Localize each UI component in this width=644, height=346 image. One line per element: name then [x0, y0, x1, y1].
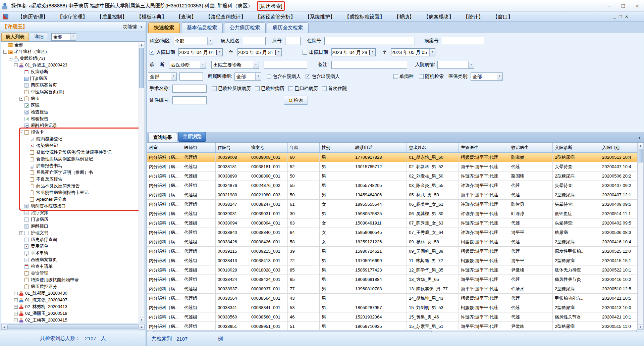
tree-item[interactable]: ApacheII评分表 — [1, 196, 145, 203]
tab-quick-search[interactable]: 快速检索 — [148, 22, 180, 33]
tree-item[interactable]: 病历质控评分 — [1, 283, 145, 290]
column-header[interactable]: 医师组 — [182, 143, 216, 152]
tree-item[interactable]: +02_王梅英_20200415 — [1, 317, 145, 323]
menu-item[interactable]: 【窗口】 — [488, 12, 518, 21]
tree-item[interactable]: 费用清单 — [1, 243, 145, 250]
admit-date-checkbox[interactable] — [150, 50, 154, 55]
table-row[interactable]: 内分泌科（病...代莲组0003842400038424_00165男18060… — [147, 275, 637, 284]
tree-item[interactable]: 常见慢性病病例报告卡登记 — [1, 189, 145, 196]
table-row[interactable]: 内分泌科（病...代莲组0003818100038181_00152男13015… — [147, 162, 637, 171]
table-row[interactable]: 内分泌科（病...代莲组0003809400038094_00163女15080… — [147, 218, 637, 228]
collapse-icon[interactable]: − — [14, 63, 18, 67]
column-header[interactable]: 性别 — [320, 143, 353, 152]
column-header[interactable]: 收治医生 — [509, 143, 553, 152]
expand-icon[interactable]: + — [14, 292, 18, 295]
include-discharged-checkbox[interactable] — [306, 74, 310, 79]
table-row[interactable]: 内分泌科（病...代莲组0003856000038560_00146男15201… — [147, 312, 637, 322]
table-row[interactable]: 内分泌科（病...代莲组0003841300038413_00172男13705… — [147, 256, 637, 265]
expand-icon[interactable]: + — [19, 231, 23, 235]
tree-item[interactable]: 检验报告 — [1, 115, 145, 122]
doctor-group-select[interactable]: 全部 — [234, 72, 261, 81]
tree-item[interactable]: 手术申请 — [1, 250, 145, 256]
expand-icon[interactable]: + — [19, 97, 23, 101]
remark-input[interactable] — [331, 61, 407, 69]
discharge-date-checkbox[interactable] — [303, 50, 307, 55]
tab-fulltext-search[interactable]: 病历全文检索 — [267, 22, 309, 33]
collapse-icon[interactable]: − — [19, 131, 23, 134]
tree-vertical-scrollbar[interactable]: ▲ ▼ — [139, 42, 144, 323]
chevron-down-icon[interactable]: ▼ — [638, 136, 641, 140]
menu-item[interactable]: 【帮助】 — [389, 12, 419, 21]
discharge-date-to[interactable]: 2023 年 05 月 05 日 — [391, 48, 435, 56]
tree-horizontal-scrollbar[interactable]: ◀ ▶ — [1, 324, 145, 330]
tree-item[interactable]: 传染病登记 — [1, 142, 145, 149]
table-row[interactable]: 内分泌科（病...代莲组0003889000038890_00150男02_刘发… — [147, 171, 637, 181]
tree-item[interactable]: 麻醉相关记录 — [1, 122, 145, 129]
tree-item[interactable]: 检查报告 — [1, 109, 145, 115]
dept-select[interactable]: 全部 — [173, 37, 213, 45]
tree-item[interactable]: +病历 — [1, 95, 145, 102]
table-row[interactable]: 内分泌科（病...代莲组0002487600024876_00255男13055… — [147, 181, 637, 190]
column-header[interactable]: 病案号 — [249, 143, 288, 152]
collapse-icon[interactable]: − — [3, 50, 7, 54]
tree-item[interactable]: −黄武松组(73) — [1, 55, 145, 62]
column-header[interactable]: 入院诊断 — [553, 143, 600, 152]
table-row[interactable]: 内分泌科（病...代莲组0003895100038951_00151男18059… — [147, 322, 637, 330]
tab-patient-list[interactable]: 病人列表 — [1, 33, 29, 41]
menu-item[interactable]: 【诊疗管理】 — [53, 12, 92, 21]
tree-item[interactable]: 门诊病历 — [1, 75, 145, 82]
menu-item[interactable]: 【质控标准设置】 — [340, 12, 389, 21]
admission-no-input[interactable] — [324, 37, 415, 45]
tree-item[interactable]: 会诊管理 — [1, 270, 145, 277]
table-row[interactable]: 内分泌科（病...代莲组0002198000021980_00350男13459… — [147, 190, 637, 200]
expand-icon[interactable]: + — [14, 318, 18, 322]
table-row[interactable]: 内分泌科（病...代莲组0003842600038426_00158女18259… — [147, 237, 637, 247]
chevron-down-icon[interactable] — [276, 49, 281, 56]
include-inpatient-checkbox[interactable] — [267, 74, 271, 79]
column-header[interactable]: 主管医生 — [459, 143, 509, 152]
surgery-name-input[interactable] — [172, 85, 207, 93]
menu-item[interactable]: 【模板字典】 — [132, 12, 171, 21]
tree-item[interactable]: +01_陈东强_20200407 — [1, 297, 145, 303]
menu-item[interactable]: 【系统维护】 — [300, 12, 340, 21]
menu-item[interactable]: 【统计】 — [459, 12, 488, 21]
chevron-down-icon[interactable] — [253, 61, 259, 68]
insurance-select[interactable]: 全部 — [471, 72, 503, 81]
bed-input[interactable] — [285, 37, 301, 45]
table-row[interactable]: 内分泌科（病...代莲组0003903100039031_00130男15980… — [147, 209, 637, 218]
scroll-up-icon[interactable]: ▲ — [139, 42, 144, 47]
scroll-right-icon[interactable]: ▶ — [139, 324, 145, 330]
tree-item[interactable]: +护理文书 — [1, 230, 145, 236]
function-keys-dropdown[interactable]: 功能键 — [123, 24, 137, 30]
tree-item[interactable]: 历史诊疗查询 — [1, 236, 145, 243]
tree-item[interactable]: 院内感染登记 — [1, 136, 145, 142]
tree-item[interactable]: 麻醉接口 — [1, 223, 145, 230]
chevron-down-icon[interactable] — [255, 73, 261, 80]
tree-item[interactable]: 门诊病历 — [1, 216, 145, 223]
tree-item[interactable]: 全部 — [1, 42, 145, 48]
discharge-date-from[interactable]: 2023 年 04 月 28 日 — [331, 48, 376, 56]
scroll-up-icon[interactable]: ▲ — [638, 143, 643, 148]
archived-checkbox[interactable] — [288, 86, 293, 91]
mdi-restore-button[interactable]: ❐ — [618, 14, 624, 19]
tree-item[interactable]: 西医病案首页 — [1, 82, 145, 89]
tree-item[interactable]: 疑似食源性异常病例/异常健康事件登记 — [1, 149, 145, 156]
chevron-down-icon[interactable] — [171, 73, 176, 80]
table-row[interactable]: 内分泌科（病...代莲组0003834100038341_00153男18050… — [147, 303, 637, 312]
random-search-checkbox[interactable] — [419, 74, 424, 79]
chevron-down-icon[interactable] — [497, 73, 502, 80]
admit-condition-select[interactable] — [437, 61, 474, 69]
diagnosis-type-select[interactable]: 西医诊断 — [169, 61, 206, 69]
tree-item[interactable]: +01_陈邦团_20200430 — [1, 290, 145, 297]
patient-filter-select[interactable]: 全部 — [51, 33, 76, 41]
tree-item[interactable]: 不良反应报告 — [1, 176, 145, 183]
table-row[interactable]: 内分泌科（病...代莲组0001802800018028_00385男15859… — [147, 265, 637, 275]
chevron-down-icon[interactable] — [200, 61, 206, 68]
tree-item[interactable]: 居民死亡医学证明（推断）书 — [1, 169, 145, 176]
chevron-down-icon[interactable] — [370, 49, 375, 56]
tree-item[interactable]: 特殊使用级抗菌药物申请 — [1, 277, 145, 283]
qc-done-checkbox[interactable] — [255, 86, 260, 91]
menu-item[interactable]: 【病案模块】 — [419, 12, 459, 21]
menu-item[interactable]: 【路径查询统计】 — [201, 12, 251, 21]
tree-item[interactable]: −老年病科（病区） — [1, 48, 145, 55]
